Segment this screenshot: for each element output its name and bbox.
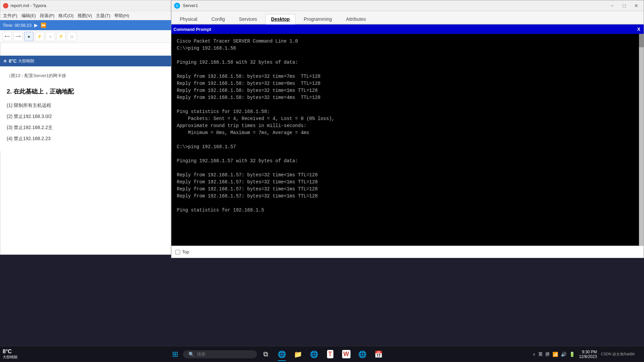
- typora-menubar: 文件(F) 编辑(E) 段落(P) 格式(O) 视图(V) 主题(T) 帮助(H…: [0, 11, 171, 20]
- taskview-icon: ⧉: [263, 350, 268, 358]
- tb-btn-6[interactable]: ⚡: [56, 32, 66, 41]
- weather-icon: ☀: [3, 58, 7, 64]
- cmd-titlebar: Command Prompt X: [171, 24, 644, 34]
- menu-format[interactable]: 格式(O): [58, 13, 73, 19]
- start-button[interactable]: ⊞: [168, 348, 182, 361]
- wps-icon: W: [342, 350, 351, 358]
- search-input[interactable]: [197, 352, 247, 357]
- cmd-scrollbar[interactable]: [639, 34, 644, 246]
- typora-taskbar-icon[interactable]: T: [323, 347, 337, 362]
- tab-physical[interactable]: Physical: [174, 14, 203, 24]
- cpt-app-icon: C: [174, 3, 180, 9]
- typora-t-icon: T: [327, 350, 333, 358]
- maximize-button[interactable]: □: [620, 2, 629, 10]
- list-item-3: (3) 禁止192.168.2.2主: [7, 123, 164, 132]
- menu-file[interactable]: 文件(F): [3, 13, 17, 19]
- filemanager-icon[interactable]: 📁: [290, 347, 305, 362]
- tb-btn-7[interactable]: □: [67, 32, 76, 41]
- browser2-icon[interactable]: 🌐: [307, 347, 321, 362]
- taskbar-weather-desc: 大部晴朗: [3, 355, 17, 360]
- tb-btn-4[interactable]: ⚡: [35, 32, 44, 41]
- wps-taskbar-icon[interactable]: W: [339, 347, 354, 362]
- timer-text: Time: 00:56:23: [3, 23, 32, 28]
- tb-btn-3[interactable]: ■: [24, 32, 34, 41]
- calendar-icon[interactable]: 📅: [371, 347, 386, 362]
- typora-toolbar2: ⟵ ⟶ ■ ⚡ ○ ⚡ □: [0, 30, 171, 43]
- date-display: 12/8/2023: [579, 354, 597, 359]
- typora-title: report.md - Typora: [10, 3, 46, 8]
- browser-icon-edge[interactable]: 🌐: [274, 347, 289, 362]
- network-icon-img: 🌐: [358, 350, 367, 358]
- cpt-tabs: Physical Config Services Desktop Program…: [171, 11, 644, 24]
- typora-app-icon: [3, 3, 8, 8]
- caption-text: （图13：配置Server1的网卡接: [7, 72, 164, 79]
- tb-btn-5[interactable]: ○: [46, 32, 55, 41]
- taskbar-temp: 8°C: [3, 349, 12, 355]
- cpt-window: C Server1 − □ ✕ Physical Config Services…: [171, 0, 644, 258]
- menu-help[interactable]: 帮助(H): [114, 13, 129, 19]
- cpt-titlebar: C Server1 − □ ✕: [171, 0, 644, 11]
- wifi-icon[interactable]: 📶: [552, 352, 558, 357]
- tab-desktop[interactable]: Desktop: [265, 14, 295, 24]
- systray: ∧ 英 拼 📶 🔊 🔋: [533, 351, 575, 357]
- cmd-scrollbar-thumb[interactable]: [639, 34, 644, 47]
- menu-paragraph[interactable]: 段落(P): [40, 13, 54, 19]
- close-button[interactable]: ✕: [632, 2, 641, 10]
- typora-content-area: （图13：配置Server1的网卡接 2. 在此基础上，正确地配 (1) 限制所…: [0, 66, 171, 151]
- cpt-title: Server1: [183, 3, 605, 8]
- menu-theme[interactable]: 主题(T): [96, 13, 110, 19]
- weather-desc: 大部晴朗: [18, 58, 34, 64]
- folder-icon: 📁: [294, 350, 302, 358]
- taskbar-right: ∧ 英 拼 📶 🔊 🔋 9:30 PM 12/8/2023 CSDN @太兔Ra…: [533, 348, 641, 361]
- list-item-1: (1) 限制所有主机远程: [7, 101, 164, 110]
- tab-services[interactable]: Services: [233, 14, 263, 24]
- taskbar: 8°C 大部晴朗 ⊞ 🔍 ⧉ 🌐 📁 🌐 T W: [0, 346, 644, 362]
- taskbar-center-area: ⊞ 🔍 ⧉ 🌐 📁 🌐 T W 🌐 📅: [168, 347, 386, 362]
- tab-programming[interactable]: Programming: [298, 14, 338, 24]
- taskbar-weather[interactable]: 8°C 大部晴朗: [3, 349, 17, 360]
- timer-play-icon[interactable]: ▶: [34, 22, 38, 28]
- taskview-button[interactable]: ⧉: [258, 347, 273, 362]
- section-heading: 2. 在此基础上，正确地配: [7, 86, 164, 97]
- typora-titlebar: report.md - Typora: [0, 0, 171, 11]
- csdn-label: CSDN @太兔RabBit: [601, 352, 635, 357]
- minimize-button[interactable]: −: [607, 2, 617, 10]
- browser2-icon-img: 🌐: [310, 350, 318, 358]
- cmd-title: Command Prompt: [173, 27, 211, 32]
- windows-logo-icon: ⊞: [172, 350, 178, 359]
- tb-btn-2[interactable]: ⟶: [13, 32, 23, 41]
- timer-forward-icon[interactable]: ⏩: [41, 22, 46, 28]
- search-bar[interactable]: 🔍: [183, 350, 257, 358]
- timer-bar: Time: 00:56:23 ▶ ⏩: [0, 20, 171, 30]
- network-icon[interactable]: 🌐: [355, 347, 370, 362]
- menu-edit[interactable]: 编辑(E): [21, 13, 36, 19]
- lang-en-label[interactable]: 英: [538, 351, 543, 357]
- list-item-2: (2) 禁止192.168.3.0/2: [7, 112, 164, 121]
- list-item-4: (4) 禁止192.168.2.23: [7, 134, 164, 143]
- expand-systray-icon[interactable]: ∧: [533, 352, 536, 357]
- volume-icon[interactable]: 🔊: [561, 352, 567, 357]
- weather-bar: ☀ 8°C 大部晴朗: [0, 56, 171, 66]
- clock[interactable]: 9:30 PM 12/8/2023: [579, 350, 597, 359]
- cmd-window: Command Prompt X Cisco Packet Tracer SER…: [171, 24, 644, 258]
- search-icon: 🔍: [189, 352, 194, 357]
- top-label: Top: [182, 249, 189, 254]
- tb-btn-1[interactable]: ⟵: [3, 32, 12, 41]
- tab-attributes[interactable]: Attributes: [340, 14, 372, 24]
- tab-config[interactable]: Config: [206, 14, 230, 24]
- time-display: 9:30 PM: [582, 350, 597, 354]
- weather-temp: 8°C: [9, 58, 17, 64]
- cmd-footer: Top: [171, 246, 644, 258]
- cmd-close-button[interactable]: X: [636, 26, 642, 32]
- menu-view[interactable]: 视图(V): [77, 13, 92, 19]
- cmd-output[interactable]: Cisco Packet Tracer SERVER Command Line …: [171, 34, 644, 246]
- taskbar-left: 8°C 大部晴朗: [3, 349, 21, 360]
- top-checkbox[interactable]: [175, 250, 180, 254]
- battery-icon[interactable]: 🔋: [569, 352, 575, 357]
- calendar-icon-img: 📅: [374, 350, 383, 358]
- lang-cn-label[interactable]: 拼: [545, 351, 550, 357]
- edge-icon: 🌐: [278, 350, 286, 358]
- show-desktop-button[interactable]: [639, 348, 641, 361]
